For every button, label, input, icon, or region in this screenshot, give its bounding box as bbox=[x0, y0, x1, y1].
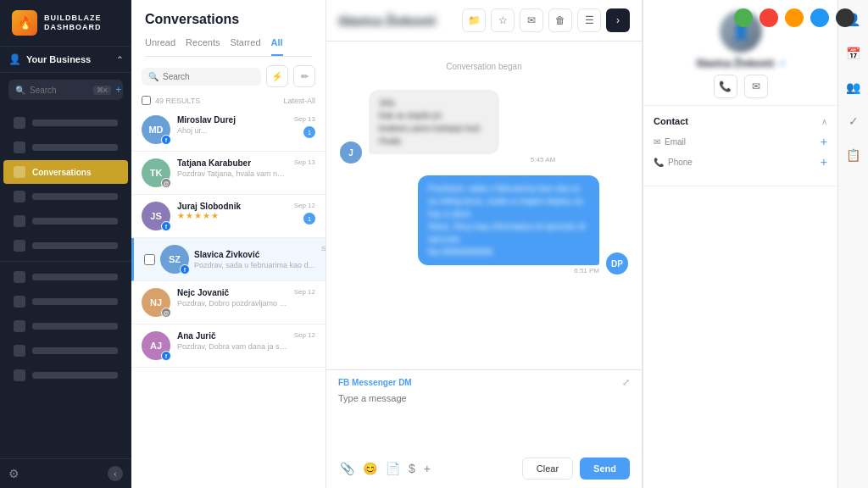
conv-avatar-1: MD f bbox=[142, 115, 170, 144]
compose-more-btn[interactable]: + bbox=[422, 460, 432, 477]
sidebar-item-10[interactable] bbox=[3, 339, 128, 363]
phone-add-btn[interactable]: + bbox=[821, 155, 827, 169]
conv-date-5: Sep 12 bbox=[294, 288, 315, 296]
nav-icon-6 bbox=[14, 240, 25, 252]
compose-textarea[interactable] bbox=[338, 393, 630, 444]
conv-checkbox-4[interactable] bbox=[144, 254, 155, 265]
email-add-btn[interactable]: + bbox=[821, 135, 827, 148]
compose-expand-btn[interactable]: ⤢ bbox=[622, 377, 630, 388]
chat-folder-btn[interactable]: 📁 bbox=[462, 8, 486, 32]
dot-orange[interactable] bbox=[785, 8, 804, 27]
sidebar-item-7[interactable] bbox=[3, 265, 128, 289]
conv-item-6[interactable]: AJ f Ana Jurič Pozdrav, Dobra vam dana j… bbox=[131, 324, 326, 368]
sidebar-expand-btn[interactable]: ‹ bbox=[108, 466, 123, 481]
conversations-panel: Conversations Unread Recents Starred All… bbox=[131, 0, 326, 488]
external-link-icon[interactable]: ↗ bbox=[778, 59, 785, 69]
conv-avatar-initials-2: TK bbox=[150, 168, 163, 178]
msg-row-1: J JelaKak se dojebi pri bratisec,samo ko… bbox=[340, 90, 628, 164]
dot-dark[interactable] bbox=[836, 8, 854, 27]
compose-label-row: FB Messenger DM ⤢ bbox=[326, 370, 642, 388]
conv-avatar-4: SZ f bbox=[160, 245, 189, 274]
conv-search-input[interactable] bbox=[163, 72, 254, 81]
contact-phone-btn[interactable]: 📞 bbox=[714, 75, 737, 98]
conv-item-5[interactable]: NJ @ Nejc Jovanič Pozdrav, Dobro pozdrav… bbox=[131, 281, 326, 324]
conv-avatar-2: TK @ bbox=[142, 158, 170, 187]
business-selector[interactable]: 👤 Your Business ⌃ bbox=[0, 47, 131, 73]
dot-blue[interactable] bbox=[810, 8, 829, 27]
sidebar-search-box[interactable]: 🔍 ⌘K + bbox=[8, 80, 123, 100]
compose-attach-btn[interactable]: 📎 bbox=[338, 460, 356, 477]
settings-icon[interactable]: ⚙ bbox=[8, 467, 19, 480]
nav-label-1 bbox=[32, 119, 118, 126]
conv-info-2: Tatjana Karabuber Pozdrav Tatjana, hvala… bbox=[177, 158, 287, 178]
compose-dollar-btn[interactable]: $ bbox=[407, 460, 417, 477]
conv-preview-2: Pozdrav Tatjana, hvala vam na va... bbox=[177, 169, 287, 178]
send-button[interactable]: Send bbox=[580, 458, 630, 480]
nav-divider bbox=[0, 261, 131, 262]
sidebar-item-6[interactable] bbox=[3, 234, 128, 258]
conv-name-3: Juraj Slobodnik bbox=[177, 202, 287, 211]
email-icon: ✉ bbox=[654, 137, 660, 147]
sidebar-item-4[interactable] bbox=[3, 185, 128, 208]
right-icon-tasks[interactable]: ✓ bbox=[843, 110, 865, 132]
dot-green[interactable] bbox=[734, 8, 753, 27]
chat-email-btn[interactable]: ✉ bbox=[520, 8, 543, 32]
chat-contact-name: Slavica Živković bbox=[338, 14, 453, 28]
sidebar-item-5[interactable] bbox=[3, 209, 128, 233]
sidebar-item-11[interactable] bbox=[3, 363, 128, 387]
contact-actions: 📞 ✉ bbox=[714, 75, 768, 98]
conv-meta-1: Sep 13 1 bbox=[294, 115, 315, 138]
tab-recents[interactable]: Recents bbox=[186, 37, 220, 56]
tab-all[interactable]: All bbox=[271, 37, 283, 56]
conv-item-2[interactable]: TK @ Tatjana Karabuber Pozdrav Tatjana, … bbox=[131, 152, 326, 195]
conv-avatar-5: NJ @ bbox=[142, 288, 170, 317]
tab-unread[interactable]: Unread bbox=[145, 37, 175, 56]
compose-doc-btn[interactable]: 📄 bbox=[384, 460, 402, 477]
conv-filter-btn[interactable]: ⚡ bbox=[266, 65, 288, 87]
conv-name-5: Nejc Jovanič bbox=[177, 288, 287, 297]
contact-name: Slavica Živković ↗ bbox=[696, 58, 785, 69]
conv-item-4[interactable]: SZ f Slavica Živković Pozdrav, sada u fe… bbox=[131, 238, 326, 281]
tab-starred[interactable]: Starred bbox=[230, 37, 260, 56]
select-all-checkbox[interactable] bbox=[142, 96, 151, 105]
conv-search-box[interactable]: 🔍 bbox=[142, 68, 261, 86]
right-icon-calendar[interactable]: 📅 bbox=[843, 42, 865, 64]
contact-email-btn[interactable]: ✉ bbox=[744, 75, 768, 98]
dot-red[interactable] bbox=[760, 8, 778, 27]
sidebar-add-btn[interactable]: + bbox=[115, 84, 121, 96]
chat-expand-btn[interactable]: › bbox=[606, 8, 630, 32]
top-bar bbox=[734, 8, 854, 27]
conv-name-2: Tatjana Karabuber bbox=[177, 158, 287, 168]
chat-delete-btn[interactable]: 🗑 bbox=[548, 8, 572, 32]
conv-panel-title: Conversations bbox=[145, 12, 312, 27]
conv-edit-btn[interactable]: ✏ bbox=[293, 65, 315, 87]
sidebar-item-9[interactable] bbox=[3, 314, 128, 338]
conv-item-1[interactable]: MD f Miroslav Durej Ahoj ur... Sep 13 1 bbox=[131, 108, 326, 152]
msg-text-2: Pozdravit, sada u februarima kao oba su … bbox=[428, 182, 589, 258]
nav-icon-11 bbox=[14, 369, 25, 381]
clear-button[interactable]: Clear bbox=[522, 458, 573, 480]
right-icon-notes[interactable]: 📋 bbox=[843, 144, 865, 166]
sort-label[interactable]: Latest-All bbox=[283, 97, 315, 105]
compose-toolbar: 📎 😊 📄 $ + Clear Send bbox=[326, 452, 642, 488]
sidebar-item-8[interactable] bbox=[3, 290, 128, 313]
kbd-badge: ⌘K bbox=[93, 86, 111, 95]
search-input[interactable] bbox=[30, 86, 89, 95]
compose-emoji-btn[interactable]: 😊 bbox=[361, 460, 379, 477]
chat-filter-btn[interactable]: ☰ bbox=[577, 8, 601, 32]
chat-header-actions: 📁 ☆ ✉ 🗑 ☰ › bbox=[462, 8, 630, 32]
right-icons-bar: 👤 📅 👥 ✓ 📋 bbox=[837, 0, 868, 488]
sidebar-item-1[interactable] bbox=[3, 111, 128, 135]
sidebar-item-2[interactable] bbox=[3, 136, 128, 159]
results-count: 49 RESULTS bbox=[155, 97, 200, 105]
chat-star-btn[interactable]: ☆ bbox=[491, 8, 515, 32]
right-icon-team[interactable]: 👥 bbox=[843, 76, 865, 98]
compose-actions: Clear Send bbox=[522, 458, 630, 480]
section-toggle-btn[interactable]: ∧ bbox=[821, 117, 827, 126]
conv-avatar-initials-4: SZ bbox=[169, 254, 181, 264]
conv-channel-badge-4: f bbox=[180, 264, 190, 274]
sidebar-item-conversations[interactable]: Conversations bbox=[3, 160, 128, 184]
business-name: Your Business bbox=[26, 54, 91, 64]
conv-item-3[interactable]: JS f Juraj Slobodnik ★★★★★ Sep 12 1 bbox=[131, 195, 326, 238]
contact-section: Contact ∧ ✉ Email + 📞 Phone + bbox=[643, 106, 837, 186]
